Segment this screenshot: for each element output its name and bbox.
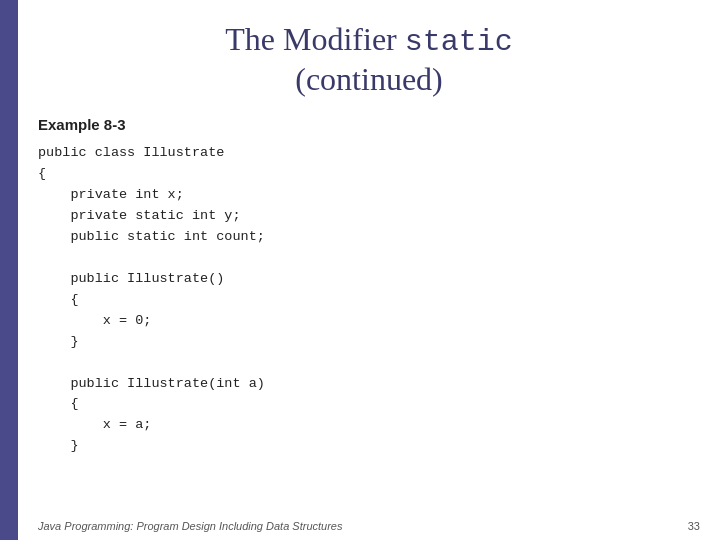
- title-text-continued: (continued): [295, 61, 443, 97]
- slide-title: The Modifier static (continued): [38, 20, 700, 98]
- footer-page-number: 33: [688, 520, 700, 532]
- example-label: Example 8-3: [38, 116, 700, 133]
- footer-title: Java Programming: Program Design Includi…: [38, 520, 342, 532]
- title-text-code: static: [405, 25, 513, 59]
- left-accent-bar: [0, 0, 18, 540]
- code-block: public class Illustrate { private int x;…: [38, 143, 700, 457]
- slide-content: The Modifier static (continued) Example …: [18, 0, 720, 540]
- slide-footer: Java Programming: Program Design Includi…: [18, 520, 720, 532]
- title-text-plain: The Modifier: [225, 21, 405, 57]
